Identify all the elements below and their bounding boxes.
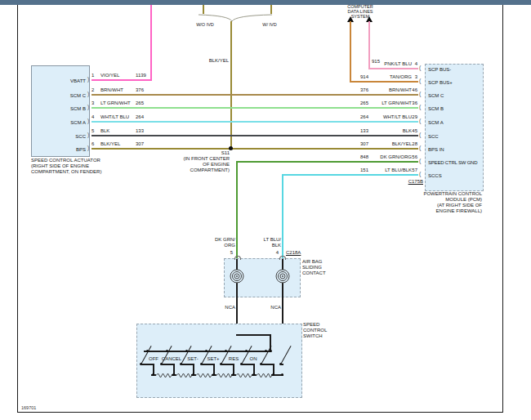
circuit-number: 133 [136, 128, 144, 134]
actuator-pin-name-scc: SCC [45, 134, 86, 140]
circuit-number: 848 [360, 154, 368, 160]
wire-pnkltblu-horizontal [368, 68, 418, 69]
circuit-number: 915 [372, 59, 380, 65]
circuit-number: 265 [136, 101, 144, 106]
wire-color-label: WHT/LT BLU [100, 114, 129, 120]
pcm-pin-name: BPS IN [428, 147, 444, 153]
actuator-pin-num: 2 [91, 87, 94, 93]
switch-title-2: CONTROL [303, 328, 327, 333]
pcm-title-4: ENGINE FIREWALL) [400, 208, 482, 214]
frame-left [17, 5, 18, 413]
circuit-number: 264 [360, 114, 368, 120]
actuator-pin-name-vbatt: VBATT [45, 78, 86, 84]
wire-color-label: BRN/WHT [371, 87, 412, 93]
pcm-pin-name: SCM A [428, 120, 444, 126]
wire-brnwht [91, 94, 418, 96]
wire-color-label: BLK [371, 128, 412, 134]
wire-color-label: WHT/LT BLU [371, 114, 412, 120]
resistor [236, 373, 252, 378]
bus-dot [270, 350, 272, 352]
airbag-title-2: SLIDING [302, 265, 322, 270]
wire-color-label: LT GRN/WHT [100, 101, 131, 106]
wire-blkyel-stub-wo-ivd [203, 5, 204, 14]
actuator-pin-bracket: ) [87, 91, 89, 96]
wire-blkyel-main-vertical [230, 21, 232, 150]
pcm-pin-bracket: ( [419, 65, 421, 70]
clockspring-coil-right [274, 268, 291, 284]
actuator-pin-num: 6 [91, 141, 94, 147]
actuator-pin-bracket: ) [87, 132, 89, 137]
ladder-stub [280, 364, 283, 365]
circuit-number: 151 [360, 168, 368, 173]
actuator-pin-num: 3 [91, 101, 94, 106]
resistor [156, 373, 172, 378]
circuit-number: 133 [360, 128, 368, 134]
airbag-title-3: CONTACT [302, 270, 326, 276]
actuator-pin-name-scm-c: SCM C [45, 93, 86, 99]
branch-label-right: W/ IVD [257, 22, 282, 27]
pcm-pin-name: SCM C [428, 93, 444, 99]
wire-pnkltblu-vertical [368, 21, 370, 69]
wire-color-label: BLK/YEL [371, 141, 412, 147]
wire-whtltblu [91, 121, 418, 123]
actuator-pin-bracket: ) [87, 104, 89, 109]
wiring-diagram: 169701 W/O IVD W/ IVD BLK/YEL COMPUTER D… [0, 0, 531, 420]
wire-blk [91, 135, 418, 136]
wire-label-dkgrn-2: ORG [203, 243, 235, 248]
bus-dot [281, 373, 283, 376]
actuator-title-2: (RIGHT SIDE OF ENGINE [31, 163, 89, 169]
pcm-pin-bracket: ( [419, 158, 421, 163]
wire-dkgrnorg-vertical [236, 161, 238, 259]
circuit-number: 307 [360, 141, 368, 147]
pcm-pin-bracket: ( [419, 132, 421, 137]
wire-color-label: VIO/YEL [100, 73, 119, 78]
top-bar [0, 0, 531, 5]
wire-vioyel-horizontal [91, 79, 152, 81]
wire-ltblublk-vertical [282, 174, 283, 259]
pcm-pin-bracket: ( [419, 91, 421, 96]
actuator-pin-bracket: ) [87, 118, 89, 123]
frame-bottom [17, 412, 503, 413]
wire-tanorg-horizontal [350, 81, 418, 83]
actuator-title-3: COMPARTMENT, ON FENDER) [31, 169, 101, 175]
resistor [257, 373, 272, 378]
actuator-title-1: SPEED CONTROL ACTUATOR [31, 158, 100, 163]
pcm-pin-bracket: ( [419, 171, 421, 176]
resistor [176, 373, 192, 378]
pcm-pin-bracket: ( [419, 104, 421, 109]
bus-dot [272, 373, 274, 376]
airbag-title-1: AIR BAG [302, 259, 322, 265]
actuator-pin-bracket: ) [87, 76, 89, 82]
circuit-number: 914 [360, 74, 368, 80]
bus-dot [232, 373, 234, 376]
wire-label-blkyel: BLK/YEL [188, 58, 229, 64]
actuator-pin-name-scm-a: SCM A [45, 120, 86, 126]
pcm-pin-bracket: ( [419, 78, 421, 83]
wire-color-label: LT BLU/BLK [371, 168, 412, 173]
wire-tanorg-vertical [350, 21, 351, 83]
cdl-line3: SYSTEM [336, 14, 385, 19]
branch-label-left: W/O IVD [193, 22, 217, 27]
wire-color-label: DK GRN/ORG [371, 154, 412, 160]
actuator-pin-bracket: ) [87, 145, 89, 150]
clockspring-coil-left [229, 268, 245, 284]
actuator-pin-name-bps: BPS [45, 147, 86, 153]
pcm-pin-bracket: ( [419, 145, 421, 150]
pcm-pin-name: SCC [428, 134, 439, 140]
wire-blkyel-stub-w-ivd [270, 5, 272, 14]
pcm-pin-name: SCCS [428, 173, 442, 179]
wire-label-dkgrn-1: DK GRN/ [203, 237, 235, 243]
splice-id: S11 [164, 150, 230, 156]
pcm-pin-name: SPEED CTRL SW GND [428, 160, 477, 166]
wire-color-label: BLK [100, 128, 109, 134]
wire-ltgrnwht [91, 107, 418, 109]
bus-dot [252, 373, 255, 376]
wire-dkgrnorg-horizontal [236, 161, 418, 163]
actuator-pin-num: 1 [91, 73, 94, 78]
resistor [216, 373, 232, 378]
wire-color-label: LT GRN/WHT [371, 101, 412, 106]
switch-title-3: SWITCH [303, 333, 323, 339]
nca-label-left: NCA [211, 305, 235, 311]
bus-dot [172, 373, 175, 376]
circuit-number: 264 [136, 114, 144, 120]
